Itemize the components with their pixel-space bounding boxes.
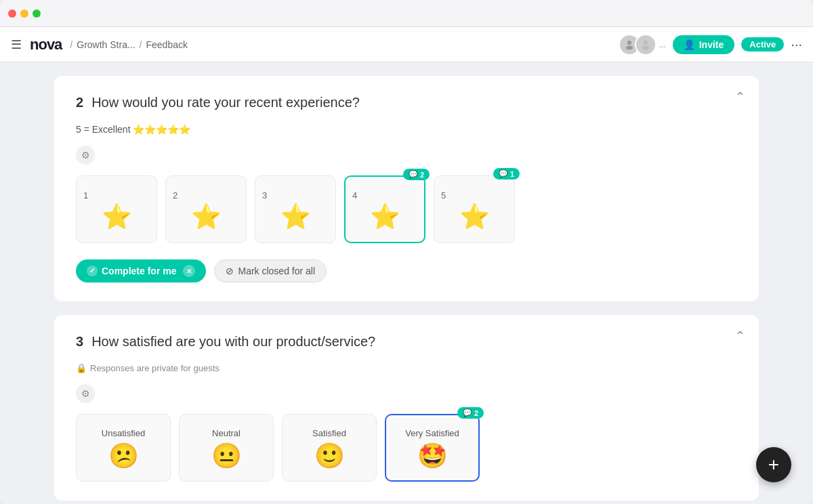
star-num-5: 5 xyxy=(434,190,514,201)
maximize-button[interactable] xyxy=(33,9,41,18)
active-badge: Active xyxy=(741,37,784,51)
private-note: 🔒 Responses are private for guests xyxy=(76,363,737,373)
svg-point-3 xyxy=(642,45,649,49)
hamburger-icon[interactable]: ☰ xyxy=(11,37,22,52)
app-window: ☰ nova / Growth Stra... / Feedback ... 👤… xyxy=(0,0,813,504)
emoji-face-neutral: 😐 xyxy=(211,444,242,468)
emoji-face-unsatisfied: 😕 xyxy=(108,444,139,468)
lock-icon: 🔒 xyxy=(76,363,87,373)
question2-header: 2 How would you rate your recent experie… xyxy=(76,95,737,110)
app-logo: nova xyxy=(30,36,62,54)
more-options-icon[interactable]: ··· xyxy=(791,37,802,52)
question2-text: How would you rate your recent experienc… xyxy=(91,95,360,110)
closed-icon: ⊘ xyxy=(226,266,234,276)
question2-card: ⌃ 2 How would you rate your recent exper… xyxy=(54,76,759,301)
avatar2 xyxy=(635,34,656,56)
check-icon: ✓ xyxy=(87,266,98,276)
star-emoji-5: ⭐ xyxy=(459,205,490,229)
star-card-4[interactable]: 💬 2 4 ⭐ xyxy=(344,175,425,243)
star-emoji-1: ⭐ xyxy=(102,205,132,229)
settings-icon-q3[interactable]: ⚙ xyxy=(76,384,95,403)
navbar: ☰ nova / Growth Stra... / Feedback ... 👤… xyxy=(0,27,813,62)
complete-for-me-button[interactable]: ✓ Complete for me ✕ xyxy=(76,259,206,282)
emoji-card-neutral[interactable]: Neutral 😐 xyxy=(179,414,274,482)
breadcrumb: / Growth Stra... / Feedback xyxy=(70,39,188,50)
stars-row: 1 ⭐ 2 ⭐ 3 ⭐ 💬 2 xyxy=(76,175,737,243)
breadcrumb-sep2: / xyxy=(140,39,142,50)
emoji-card-unsatisfied[interactable]: Unsatisfied 😕 xyxy=(76,414,171,482)
star-emoji-4: ⭐ xyxy=(370,205,400,229)
emoji-label-unsatisfied: Unsatisfied xyxy=(102,428,145,438)
x-icon: ✕ xyxy=(183,265,195,277)
collapse-button-q3[interactable]: ⌃ xyxy=(735,329,745,343)
avatar-more: ... xyxy=(659,40,666,49)
svg-point-1 xyxy=(625,45,633,49)
close-button[interactable] xyxy=(8,9,16,18)
fab-button[interactable]: + xyxy=(756,447,791,482)
collapse-button-q2[interactable]: ⌃ xyxy=(735,89,745,104)
star-card-3[interactable]: 3 ⭐ xyxy=(255,175,336,243)
breadcrumb-path1[interactable]: Growth Stra... xyxy=(77,39,135,50)
response-badge-5: 💬 1 xyxy=(493,168,520,180)
svg-point-0 xyxy=(627,41,631,45)
avatar-group[interactable]: ... xyxy=(619,34,666,56)
emoji-face-very-satisfied: 🤩 xyxy=(417,444,448,468)
mark-closed-label: Mark closed for all xyxy=(238,266,315,276)
settings-icon-q2[interactable]: ⚙ xyxy=(76,146,95,165)
star-num-3: 3 xyxy=(255,190,335,201)
invite-label: Invite xyxy=(699,39,724,50)
mark-closed-button[interactable]: ⊘ Mark closed for all xyxy=(214,259,327,282)
emoji-label-very-satisfied: Very Satisfied xyxy=(405,428,459,438)
star-card-5[interactable]: 💬 1 5 ⭐ xyxy=(434,175,515,243)
emoji-card-very-satisfied[interactable]: 💬 2 Very Satisfied 🤩 xyxy=(385,414,480,482)
titlebar xyxy=(0,0,813,27)
chat-icon-4: 💬 xyxy=(409,170,418,179)
breadcrumb-sep1: / xyxy=(70,39,72,50)
question3-number: 3 xyxy=(76,334,83,350)
main-content: ⌃ 2 How would you rate your recent exper… xyxy=(0,62,813,504)
question3-header: 3 How satisfied are you with our product… xyxy=(76,334,737,350)
star-card-1[interactable]: 1 ⭐ xyxy=(76,175,157,243)
response-badge-4: 💬 2 xyxy=(403,169,430,180)
star-num-2: 2 xyxy=(166,190,246,201)
emoji-row: Unsatisfied 😕 Neutral 😐 Satisfied 🙂 💬 xyxy=(76,414,737,482)
action-row-q2: ✓ Complete for me ✕ ⊘ Mark closed for al… xyxy=(76,259,737,282)
breadcrumb-path2[interactable]: Feedback xyxy=(146,39,188,50)
emoji-card-satisfied[interactable]: Satisfied 🙂 xyxy=(282,414,377,482)
invite-icon: 👤 xyxy=(684,39,695,50)
question2-number: 2 xyxy=(76,95,83,110)
chat-icon-5: 💬 xyxy=(499,169,508,178)
svg-point-2 xyxy=(644,41,648,45)
traffic-lights xyxy=(8,9,41,18)
star-num-1: 1 xyxy=(77,190,157,201)
chat-icon-vs: 💬 xyxy=(463,408,472,417)
emoji-label-neutral: Neutral xyxy=(212,428,241,438)
star-emoji-2: ⭐ xyxy=(191,205,222,229)
emoji-face-satisfied: 🙂 xyxy=(314,444,345,468)
star-emoji-3: ⭐ xyxy=(280,205,311,229)
question3-card: ⌃ 3 How satisfied are you with our produ… xyxy=(54,315,759,501)
minimize-button[interactable] xyxy=(20,9,28,18)
navbar-right: ... 👤 Invite Active ··· xyxy=(619,34,802,56)
rating-label: 5 = Excellent ⭐⭐⭐⭐⭐ xyxy=(76,124,737,135)
question3-text: How satisfied are you with our product/s… xyxy=(91,334,375,350)
star-card-2[interactable]: 2 ⭐ xyxy=(165,175,247,243)
complete-label: Complete for me xyxy=(102,266,176,276)
star-num-4: 4 xyxy=(346,190,424,201)
response-badge-very-satisfied: 💬 2 xyxy=(457,407,484,419)
invite-button[interactable]: 👤 Invite xyxy=(673,35,735,54)
emoji-label-satisfied: Satisfied xyxy=(312,428,346,438)
